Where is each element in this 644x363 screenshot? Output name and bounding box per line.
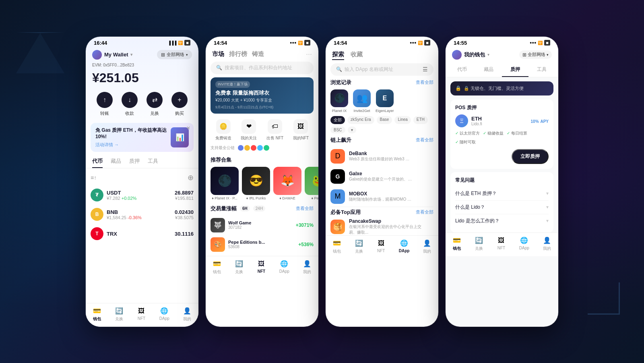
trade-tab-6h[interactable]: 6H	[240, 205, 250, 212]
filter-linea[interactable]: Linea	[394, 116, 411, 124]
free-mint-button[interactable]: 🪙 免费铸造	[215, 119, 231, 141]
nav-nft-3[interactable]: 🖼 NFT	[377, 239, 386, 254]
nav-dapp[interactable]: 🌐 DApp	[159, 307, 169, 322]
promo-banner-nft[interactable]: INVITE邀！赢下场 免费拿 限量版梅西球衣 ¥20,000 大奖 + ¥10…	[211, 77, 314, 114]
nav-nft-2[interactable]: 🖼 NFT	[257, 259, 266, 275]
nav-dapp-2[interactable]: 🌐 DApp	[279, 259, 289, 275]
tab-tools[interactable]: 工具	[148, 155, 158, 168]
nav-dapp-4[interactable]: 🌐 DApp	[519, 236, 529, 251]
nav-dapp-3[interactable]: 🌐 DApp	[399, 239, 410, 254]
trading-list: 🐺 Wolf Game 307182 +3071% 🎨 Pepe Edition…	[206, 214, 318, 256]
list-item[interactable]: 😎 ♦ IRL Punks	[242, 167, 270, 200]
debank-info: DeBank Web3 原生信任和最好的 Web3 投资组合跟踪器...	[349, 151, 433, 162]
status-time-4: 14:55	[454, 40, 467, 46]
transfer-label: 转账	[100, 110, 109, 116]
price-value: ¥7.282	[107, 196, 120, 201]
table-row: ₮ USDT ¥7.282 +0.02% 26.8897 ¥195.811	[91, 185, 194, 205]
list-item[interactable]: 👥 Invite2Get	[353, 89, 371, 113]
nft-nav-icon: 🖼	[257, 259, 266, 268]
filter-eth[interactable]: ETH	[413, 116, 428, 124]
wallet-account[interactable]: My Wallet ▾	[92, 50, 132, 60]
sell-nft-button[interactable]: 🏷 出售 NFT	[266, 119, 283, 141]
nav-wallet-4[interactable]: 💳 钱包	[452, 236, 461, 251]
market-tab-market[interactable]: 市场	[212, 50, 224, 58]
tab-tokens[interactable]: 代币	[92, 155, 103, 168]
filter-zksync[interactable]: zkSync Era	[347, 116, 374, 124]
tab-collections-4[interactable]: 藏品	[475, 63, 502, 77]
market-search-bar[interactable]: 🔍 搜索项目、作品系列和合约地址	[211, 62, 314, 74]
wallet-nav-icon: 💳	[452, 236, 461, 245]
explore-tab-collections[interactable]: 收藏	[351, 51, 363, 60]
explore-tab-explore[interactable]: 探索	[332, 51, 344, 60]
list-item[interactable]: 🌑 Planet IX	[330, 89, 348, 113]
my-favorites-button[interactable]: ❤ 我的关注	[241, 119, 257, 141]
tab-collections[interactable]: 藏品	[111, 155, 121, 168]
nav-nft[interactable]: 🖼 NFT	[137, 307, 146, 322]
faq-item-1[interactable]: 什么是 ETH 质押？ ▾	[455, 187, 549, 201]
collection-image-punks: 😎	[242, 167, 270, 195]
buy-button[interactable]: + 购买	[171, 92, 188, 116]
market-tab-mint[interactable]: 铸造	[252, 50, 264, 58]
promo-link[interactable]: 活动详情 →	[95, 142, 171, 148]
account-info[interactable]: 我的钱包 ▾	[452, 50, 489, 60]
faq-item-3[interactable]: Lido 是怎么工作的？ ▾	[455, 214, 549, 228]
swap-button[interactable]: ⇄ 兑换	[147, 92, 163, 116]
chain-other	[263, 144, 270, 151]
nav-wallet-3[interactable]: 💳 钱包	[332, 239, 341, 254]
balance-amount: ¥251.05	[92, 71, 139, 85]
transfer-button[interactable]: ↑ 转账	[97, 92, 113, 116]
trade-tab-24h[interactable]: 24H	[253, 205, 265, 212]
stake-now-button[interactable]: 立即质押	[512, 149, 549, 164]
nav-swap[interactable]: 🔄 兑换	[115, 307, 124, 322]
invite2get-icon: 👥	[353, 89, 371, 107]
list-item[interactable]: E EigenLayer	[376, 89, 394, 113]
market-tab-ranking[interactable]: 排行榜	[229, 50, 247, 58]
volume-value: 53608	[228, 245, 239, 249]
network-button-4[interactable]: ⊞ 全部网络 ▾	[519, 50, 552, 59]
trending-more[interactable]: 查看全部	[416, 137, 433, 143]
filter-more[interactable]: ▾	[348, 127, 356, 133]
list-item[interactable]: 🌑 ♦ Planet IX · P...	[211, 167, 239, 200]
check-icon: ✓	[455, 131, 458, 135]
tab-staking-4[interactable]: 质押	[502, 63, 528, 77]
must-have-more[interactable]: 查看全部	[416, 209, 433, 215]
close-icon[interactable]: ✕	[186, 125, 190, 131]
table-row: T TRX 30.1116	[91, 224, 194, 243]
pancake-icon: 🥞	[330, 220, 345, 234]
price-change: -0.36%	[128, 215, 142, 220]
profile-nav-icon: 👤	[423, 239, 431, 248]
nav-profile[interactable]: 👤 我的	[183, 307, 192, 322]
browse-history-more[interactable]: 查看全部	[416, 79, 433, 85]
nav-wallet-2[interactable]: 💳 钱包	[213, 259, 221, 275]
feature-label: 随时可取	[460, 139, 476, 145]
trading-more[interactable]: 查看全部	[296, 205, 314, 212]
add-token-icon[interactable]: ⊕	[188, 173, 194, 182]
nav-swap-3[interactable]: 🔄 兑换	[355, 239, 363, 254]
filter-all[interactable]: 全部	[330, 116, 345, 124]
tab-staking[interactable]: 质押	[129, 155, 140, 168]
faq-item-2[interactable]: 什么是 Lido？ ▾	[455, 201, 549, 214]
nav-swap-2[interactable]: 🔄 兑换	[235, 259, 244, 275]
my-nft-button[interactable]: 🖼 我的NFT	[293, 119, 309, 141]
filter-base[interactable]: Base	[377, 116, 392, 124]
nav-swap-4[interactable]: 🔄 兑换	[475, 236, 483, 251]
explore-search-bar[interactable]: 🔍 输入 DApp 名称或网址 ☰	[330, 63, 433, 76]
check-icon: ✓	[507, 131, 510, 135]
nav-profile-4[interactable]: 👤 我的	[543, 236, 551, 251]
tab-tokens-4[interactable]: 代币	[449, 63, 475, 77]
sort-icon[interactable]: ≡↑	[91, 174, 97, 181]
more-icon[interactable]: ···	[306, 50, 312, 58]
receive-button[interactable]: ↓ 收款	[122, 92, 138, 116]
network-button[interactable]: ⊞ 全部网络 ▾	[157, 50, 192, 59]
tab-tools-4[interactable]: 工具	[528, 63, 555, 77]
filter-bsc[interactable]: BSC	[330, 127, 345, 133]
nav-wallet[interactable]: 💳 钱包	[93, 307, 101, 322]
sell-label: 出售 NFT	[266, 135, 283, 141]
token-icon-trx: T	[91, 227, 103, 240]
nav-profile-2[interactable]: 👤 我的	[303, 259, 312, 275]
nav-profile-3[interactable]: 👤 我的	[423, 239, 431, 254]
nav-nft-4[interactable]: 🖼 NFT	[497, 236, 506, 251]
filter-icon[interactable]: ☰	[423, 66, 428, 73]
list-item[interactable]: 🐸 ♦ Pepunji	[305, 167, 318, 200]
list-item[interactable]: 🦊 ♦ DAWAE	[273, 167, 301, 200]
